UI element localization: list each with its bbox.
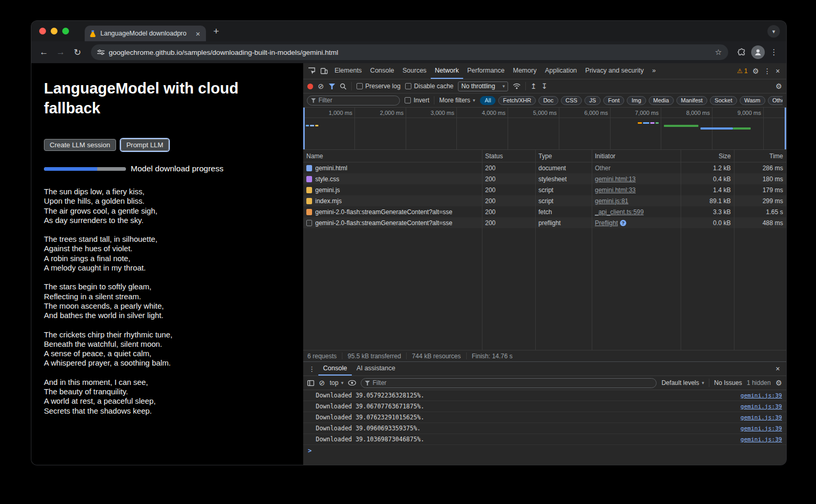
filter-chip-wasm[interactable]: Wasm [740,96,765,105]
column-header-type[interactable]: Type [535,153,592,160]
create-llm-session-button[interactable]: Create LLM session [44,139,116,151]
filter-chip-media[interactable]: Media [649,96,674,105]
reload-button[interactable]: ↻ [70,45,85,60]
window-zoom-button[interactable] [62,28,69,34]
preflight-info-icon[interactable]: ? [620,220,626,226]
search-icon[interactable] [340,83,347,90]
hidden-messages-label[interactable]: 1 hidden [746,379,771,386]
initiator-link[interactable]: Preflight [595,219,618,227]
site-settings-icon[interactable] [97,49,105,55]
forward-button[interactable]: → [53,45,68,60]
devtools-tab-application[interactable]: Application [541,63,581,79]
window-minimize-button[interactable] [51,28,58,34]
network-request-row[interactable]: gemini.html 200 document Other 1.2 kB 28… [303,162,786,173]
console-source-link[interactable]: gemini.js:39 [741,436,782,443]
tab-search-button[interactable]: ▾ [767,25,780,38]
initiator-link[interactable]: _api_client.ts:599 [595,208,643,216]
browser-menu-icon[interactable]: ⋮ [767,48,781,57]
disable-cache-checkbox[interactable]: Disable cache [405,83,453,90]
export-har-icon[interactable]: ↥ [531,83,537,90]
inspect-element-icon[interactable] [305,65,318,77]
console-source-link[interactable]: gemini.js:39 [741,392,782,399]
filter-chip-other[interactable]: Other [768,96,783,105]
network-conditions-icon[interactable] [513,83,521,89]
network-request-row[interactable]: gemini.js 200 script gemini.html:33 1.4 … [303,184,786,195]
initiator-link[interactable]: gemini.html:33 [595,186,636,194]
devtools-tab-sources[interactable]: Sources [398,63,431,79]
network-filter-box[interactable] [307,96,400,106]
console-sidebar-icon[interactable] [307,380,314,386]
throttling-select[interactable]: No throttling▾ [458,81,508,91]
network-request-row[interactable]: style.css 200 stylesheet gemini.html:13 … [303,173,786,184]
filter-toggle-icon[interactable] [329,84,335,89]
devtools-tab-console[interactable]: Console [366,63,398,79]
devtools-settings-icon[interactable]: ⚙ [752,67,759,75]
column-header-name[interactable]: Name [303,153,482,160]
record-network-log-button[interactable] [307,84,313,89]
filter-chip-img[interactable]: Img [627,96,646,105]
network-request-row[interactable]: index.mjs 200 script gemini.js:81 89.1 k… [303,195,786,206]
console-prompt[interactable]: > [303,445,786,456]
back-button[interactable]: ← [37,45,51,60]
column-header-initiator[interactable]: Initiator [592,153,681,160]
filter-chip-socket[interactable]: Socket [710,96,737,105]
filter-chip-font[interactable]: Font [603,96,624,105]
preserve-log-checkbox[interactable]: Preserve log [357,83,400,90]
console-filter-input[interactable] [373,379,653,386]
devtools-close-icon[interactable]: × [776,67,780,75]
bookmark-star-icon[interactable]: ☆ [715,48,722,57]
window-close-button[interactable] [39,28,46,34]
overview-right-handle[interactable] [785,108,786,149]
column-header-status[interactable]: Status [482,153,535,160]
filter-chip-all[interactable]: All [480,96,496,105]
extensions-icon[interactable] [734,45,749,60]
invert-filter-checkbox[interactable]: Invert [405,97,429,104]
prompt-llm-button[interactable]: Prompt LLM [121,139,169,151]
clear-network-log-icon[interactable]: ⊘ [318,83,324,90]
devtools-tab-performance[interactable]: Performance [463,63,509,79]
browser-tab[interactable]: LanguageModel downloadpro × [85,26,206,41]
issues-warning-badge[interactable]: ⚠1 [737,67,748,75]
more-tabs-icon[interactable]: » [648,63,660,79]
devtools-tab-elements[interactable]: Elements [330,63,366,79]
clear-console-icon[interactable]: ⊘ [319,379,325,386]
omnibox[interactable]: ☆ [91,44,728,60]
initiator-link[interactable]: gemini.js:81 [595,197,628,205]
drawer-tab-console[interactable]: Console [318,362,352,376]
drawer-tab-ai-assistance[interactable]: AI assistance [352,362,400,376]
devtools-tab-network[interactable]: Network [431,63,463,79]
network-overview-timeline[interactable]: 1,000 ms 2,000 ms 3,000 ms 4,000 ms 5,00… [303,108,786,150]
devtools-menu-icon[interactable]: ⋮ [764,67,771,75]
profile-avatar[interactable] [751,45,765,59]
drawer-menu-icon[interactable]: ⋮ [305,366,318,372]
network-filter-input[interactable] [318,97,396,104]
new-tab-button[interactable]: + [213,26,219,36]
network-settings-icon[interactable]: ⚙ [775,83,782,90]
initiator-link[interactable]: gemini.html:13 [595,175,636,183]
eye-icon[interactable] [348,380,356,385]
console-filter-box[interactable] [361,378,657,388]
column-header-time[interactable]: Time [734,153,786,160]
url-input[interactable] [109,49,711,56]
device-toolbar-icon[interactable] [318,65,330,77]
console-settings-icon[interactable]: ⚙ [775,379,782,386]
filter-chip-doc[interactable]: Doc [538,96,558,105]
network-request-row[interactable]: gemini-2.0-flash:streamGenerateContent?a… [303,217,786,228]
devtools-tab-privacy[interactable]: Privacy and security [581,63,648,79]
tab-close-icon[interactable]: × [194,29,202,38]
network-request-row[interactable]: gemini-2.0-flash:streamGenerateContent?a… [303,206,786,217]
filter-chip-js[interactable]: JS [584,96,601,105]
filter-chip-fetch-xhr[interactable]: Fetch/XHR [498,96,536,105]
filter-chip-manifest[interactable]: Manifest [676,96,708,105]
console-source-link[interactable]: gemini.js:39 [741,425,782,432]
import-har-icon[interactable]: ↧ [541,83,547,90]
column-header-size[interactable]: Size [681,153,734,160]
devtools-tab-memory[interactable]: Memory [509,63,541,79]
log-levels-select[interactable]: Default levels▾ [661,379,704,386]
overview-left-handle[interactable] [303,108,305,149]
console-source-link[interactable]: gemini.js:39 [741,414,782,421]
more-filters-dropdown[interactable]: More filters▾ [439,97,475,104]
filter-chip-css[interactable]: CSS [561,96,582,105]
console-source-link[interactable]: gemini.js:39 [741,403,782,410]
console-context-select[interactable]: top▾ [330,379,343,386]
